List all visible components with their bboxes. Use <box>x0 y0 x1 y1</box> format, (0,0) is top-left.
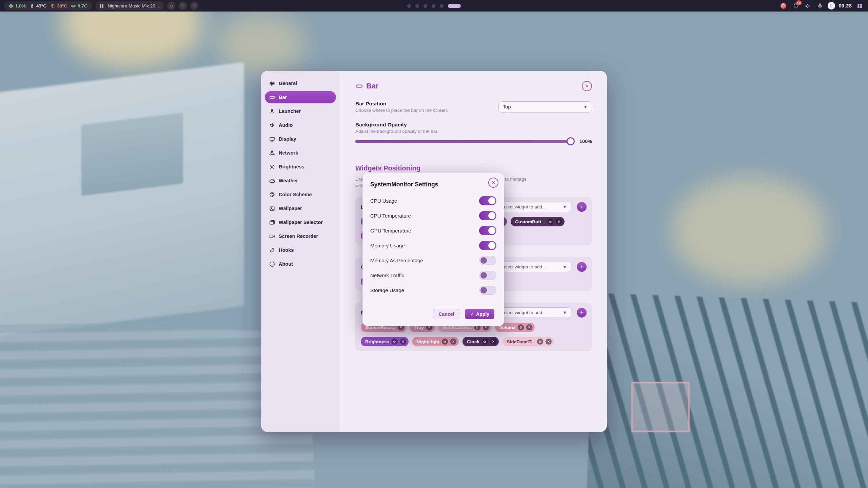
background-opacity-description: Adjust the background opacity of the bar… <box>355 129 592 134</box>
systemmonitor-settings-dialog: SystemMonitor Settings ✕ CPU Usage CPU T… <box>362 172 504 326</box>
media-player-widget[interactable]: Nightcore Music Mix 20... <box>96 1 164 10</box>
left-add-widget-button[interactable]: + <box>577 202 587 212</box>
chevron-down-icon: ▼ <box>563 204 567 209</box>
chip-gear-icon[interactable]: ⚙ <box>442 339 448 345</box>
sidebar-item-brightness[interactable]: Brightness <box>265 161 336 173</box>
chip-gear-icon[interactable]: ⚙ <box>537 339 543 345</box>
widget-chip-clock[interactable]: Clock ⚙ × <box>462 337 499 346</box>
toggle-cpu-usage[interactable] <box>479 196 496 205</box>
volume-button[interactable] <box>803 1 812 10</box>
heart-alt-button[interactable]: ♡ <box>190 2 198 10</box>
toggle-cpu-temperature[interactable] <box>479 211 496 220</box>
clock: 00:28 <box>839 3 852 8</box>
chip-remove-icon[interactable]: × <box>450 339 456 345</box>
microphone-button[interactable] <box>815 1 824 10</box>
sidebar-label: Weather <box>279 178 298 183</box>
sidebar-label: General <box>279 81 297 86</box>
workspace-dot-2[interactable] <box>415 4 419 8</box>
speaker-icon <box>805 3 811 9</box>
widget-chip-brightness[interactable]: Brightness ⚙ × <box>361 337 409 346</box>
chip-gear-icon[interactable]: ⚙ <box>548 219 554 225</box>
color-app-button[interactable] <box>779 1 788 10</box>
sidebar-item-screen-recorder[interactable]: Screen Recorder <box>265 230 336 242</box>
sidebar-item-audio[interactable]: Audio <box>265 119 336 131</box>
chip-remove-icon[interactable]: × <box>400 339 406 345</box>
bar-position-labels: Bar Position Choose where to place the b… <box>355 101 448 113</box>
speaker-icon <box>269 122 275 128</box>
check-icon: ✓ <box>470 311 474 317</box>
night-light-button[interactable]: ☾ <box>828 2 835 9</box>
heart-button[interactable]: ♡ <box>179 2 187 10</box>
workspace-dot-1[interactable] <box>407 4 411 8</box>
sidebar-label: About <box>279 261 293 267</box>
app-grid-button[interactable] <box>855 1 864 10</box>
railing-shape <box>586 293 868 488</box>
sidebar-item-general[interactable]: General <box>265 77 336 89</box>
toggle-storage-usage[interactable] <box>479 286 496 295</box>
center-add-widget-button[interactable]: + <box>577 262 587 272</box>
emoji-button[interactable]: ☺ <box>167 2 175 10</box>
toggle-memory-as-percentage[interactable] <box>479 256 496 265</box>
apply-button[interactable]: ✓ Apply <box>465 309 494 319</box>
chip-gear-icon[interactable]: ⚙ <box>518 324 524 330</box>
workspace-dot-3[interactable] <box>423 4 427 8</box>
system-stats-widget[interactable]: 1.8% 43°C 38°C 9.7G <box>4 1 92 10</box>
chip-remove-icon[interactable]: × <box>546 339 552 345</box>
widget-chip-sidepanel[interactable]: SidePanelT... ⚙ × <box>502 337 554 346</box>
image-icon <box>269 206 275 211</box>
bar-icon <box>355 82 363 90</box>
chip-remove-icon[interactable]: × <box>556 219 562 225</box>
building-window-shape <box>81 113 183 196</box>
right-add-widget-button[interactable]: + <box>577 308 587 318</box>
close-dialog-button[interactable]: ✕ <box>488 178 498 188</box>
chip-gear-icon[interactable]: ⚙ <box>392 339 398 345</box>
notifications-button[interactable]: 10 <box>791 1 800 10</box>
notification-badge: 10 <box>796 0 802 5</box>
color-app-icon <box>781 3 786 9</box>
settings-sidebar: General Bar Launcher Audio Display Netwo… <box>261 71 340 432</box>
workspace-indicator <box>407 0 461 12</box>
widget-chip-custombutton[interactable]: CustomButt... ⚙ × <box>511 217 565 226</box>
sidebar-item-launcher[interactable]: Launcher <box>265 105 336 117</box>
workspace-active-pill[interactable] <box>448 4 461 8</box>
sidebar-item-color-scheme[interactable]: Color Scheme <box>265 188 336 201</box>
sidebar-item-about[interactable]: About <box>265 258 336 270</box>
opacity-slider-knob[interactable] <box>567 137 575 145</box>
sidebar-item-display[interactable]: Display <box>265 133 336 145</box>
bar-position-description: Choose where to place the bar on the scr… <box>355 108 448 113</box>
workspace-dot-4[interactable] <box>432 4 435 8</box>
sidebar-label: Display <box>279 136 296 142</box>
sidebar-item-network[interactable]: Network <box>265 147 336 159</box>
left-widget-add-dropdown[interactable]: Select widget to add... ▼ <box>496 202 571 212</box>
toggle-gpu-temperature[interactable] <box>479 226 496 235</box>
workspace-dot-5[interactable] <box>440 4 443 8</box>
ram-icon <box>71 4 76 8</box>
sidebar-item-bar[interactable]: Bar <box>265 91 336 103</box>
close-settings-button[interactable]: ✕ <box>582 81 592 91</box>
cancel-button[interactable]: Cancel <box>433 309 459 319</box>
sidebar-item-wallpaper[interactable]: Wallpaper <box>265 202 336 215</box>
chip-gear-icon[interactable]: ⚙ <box>482 339 488 345</box>
sidebar-item-hooks[interactable]: Hooks <box>265 244 336 256</box>
bar-position-dropdown[interactable]: Top ▼ <box>498 101 592 113</box>
sign-shape <box>631 382 690 432</box>
chip-remove-icon[interactable]: × <box>490 339 496 345</box>
chevron-down-icon: ▼ <box>583 104 588 109</box>
opacity-slider[interactable] <box>355 140 574 143</box>
sidebar-label: Color Scheme <box>279 192 312 197</box>
right-widget-add-dropdown[interactable]: Select widget to add... ▼ <box>496 307 571 318</box>
sidebar-item-wallpaper-selector[interactable]: Wallpaper Selector <box>265 216 336 228</box>
sidebar-item-weather[interactable]: Weather <box>265 175 336 187</box>
sidebar-label: Wallpaper Selector <box>279 220 323 225</box>
toggle-network-traffic[interactable] <box>479 271 496 280</box>
toggle-list: CPU Usage CPU Temperature GPU Temperatur… <box>370 196 496 295</box>
sidebar-label: Bar <box>279 95 287 100</box>
background-opacity-label: Background Opacity <box>355 122 592 128</box>
widget-chip-nightlight[interactable]: NightLight ⚙ × <box>412 337 459 346</box>
bar-icon <box>269 95 275 100</box>
sidebar-label: Launcher <box>279 108 301 114</box>
chevron-down-icon: ▼ <box>563 264 567 269</box>
toggle-memory-usage[interactable] <box>479 241 496 250</box>
center-widget-add-dropdown[interactable]: Select widget to add... ▼ <box>496 262 571 272</box>
chip-remove-icon[interactable]: × <box>526 324 532 330</box>
